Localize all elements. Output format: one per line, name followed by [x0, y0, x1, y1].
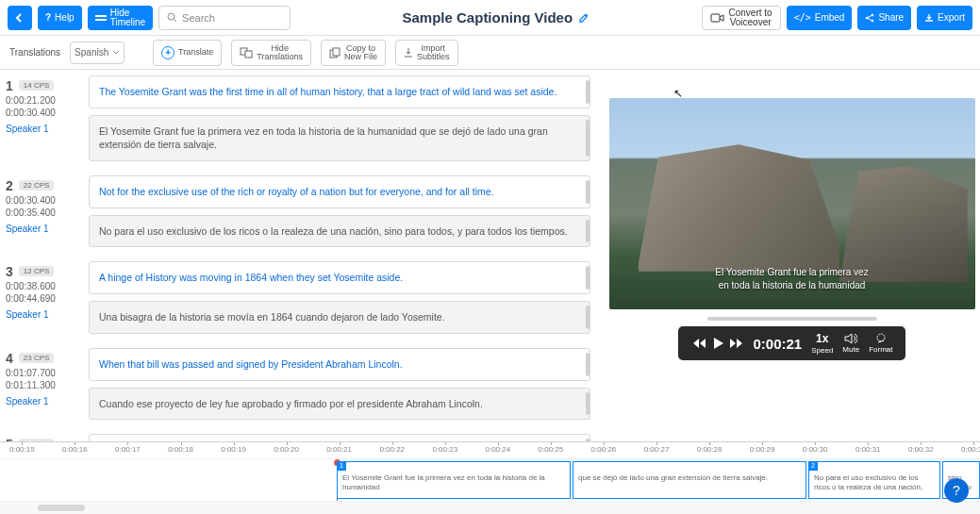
timeline-scrollbar[interactable]	[38, 505, 85, 511]
segment-meta: 222 CPS 0:00:30.400 0:00:35.400 Speaker …	[6, 175, 81, 254]
hide-timeline-button[interactable]: Hide Timeline	[88, 6, 153, 30]
cps-badge: 22 CPS	[19, 180, 55, 191]
segment-meta: 515 CPS 0:01:11.000	[6, 434, 81, 441]
segment-texts: We were in the midsts, the depths the wo…	[89, 434, 590, 441]
segment-meta: 423 CPS 0:01:07.700 0:01:11.300 Speaker …	[6, 348, 81, 426]
share-button[interactable]: Share	[857, 6, 911, 30]
source-text[interactable]: A hinge of History was moving in 1864 wh…	[89, 261, 590, 294]
speaker-label[interactable]: Speaker 1	[6, 396, 81, 406]
segment-number: 4	[6, 351, 13, 366]
segment-texts: Not for the exclusive use of the rich or…	[89, 175, 590, 254]
ruler-tick: 0:00:17	[115, 445, 141, 454]
language-select[interactable]: Spanish	[70, 41, 125, 64]
play-icon[interactable]	[712, 337, 723, 350]
segment[interactable]: 515 CPS 0:01:11.000 We were in the midst…	[6, 434, 590, 441]
segment-meta: 312 CPS 0:00:38.600 0:00:44.690 Speaker …	[6, 261, 81, 340]
topbar: ?Help Hide Timeline Search Sample Captio…	[0, 0, 980, 36]
ruler-tick: 0:00:21	[326, 445, 352, 454]
ruler-tick: 0:00:22	[379, 445, 405, 454]
svg-rect-10	[333, 48, 340, 56]
timeline-tracks[interactable]: 1El Yosemite Grant fue la primera vez en…	[0, 459, 980, 501]
timeline-block[interactable]: que se dejó de lado una gran extensión d…	[573, 461, 806, 499]
translate-button[interactable]: +Translate	[153, 40, 222, 66]
main: 114 CPS 0:00:21.200 0:00:30.400 Speaker …	[0, 70, 980, 441]
speaker-label[interactable]: Speaker 1	[6, 224, 81, 234]
edit-icon[interactable]	[578, 12, 590, 24]
help-fab[interactable]: ?	[944, 478, 969, 503]
timeline-ruler[interactable]: 0:00:150:00:160:00:170:00:180:00:190:00:…	[0, 442, 980, 459]
import-subtitles-button[interactable]: Import Subtitles	[395, 40, 458, 66]
speed-control[interactable]: 1xSpeed	[811, 332, 833, 355]
ruler-tick: 0:00:15	[9, 445, 35, 454]
timecode-out: 0:00:35.400	[6, 207, 81, 218]
format-control[interactable]: Format	[869, 333, 892, 354]
segment[interactable]: 312 CPS 0:00:38.600 0:00:44.690 Speaker …	[6, 261, 590, 340]
mute-control[interactable]: Mute	[842, 333, 859, 354]
hide-translations-button[interactable]: Hide Translations	[231, 40, 311, 66]
timeline-block[interactable]: 2No para el uso exclusivo de los ricos o…	[808, 461, 940, 499]
export-icon	[924, 13, 934, 23]
timecode-in: 0:01:07.700	[6, 368, 81, 378]
share-icon	[865, 13, 874, 23]
ruler-tick: 0:00:29	[750, 445, 775, 454]
source-text[interactable]: Not for the exclusive use of the rich or…	[89, 175, 590, 208]
help-button[interactable]: ?Help	[38, 6, 82, 30]
translations-icon	[240, 47, 253, 58]
format-icon	[874, 333, 888, 344]
ruler-tick: 0:00:19	[221, 445, 246, 454]
ruler-tick: 0:00:32	[908, 445, 934, 454]
segment-texts: A hinge of History was moving in 1864 wh…	[89, 261, 590, 340]
svg-rect-1	[95, 19, 107, 21]
ruler-tick: 0:00:28	[697, 445, 723, 454]
timecode-out: 0:00:30.400	[6, 108, 81, 118]
timecode-in: 0:00:30.400	[6, 195, 81, 206]
speaker-label[interactable]: Speaker 1	[6, 124, 81, 134]
source-text[interactable]: We were in the midsts, the depths the wo…	[89, 434, 590, 441]
timeline-block[interactable]: 1El Yosemite Grant fue la primera vez en…	[337, 461, 571, 499]
embed-button[interactable]: </>Embed	[787, 6, 853, 30]
page-title: Sample Captioning Video	[296, 9, 695, 25]
ruler-tick: 0:00:18	[168, 445, 193, 454]
forward-icon[interactable]	[729, 337, 744, 350]
segment-meta: 114 CPS 0:00:21.200 0:00:30.400 Speaker …	[6, 75, 81, 168]
segment-number: 1	[6, 78, 13, 93]
translation-text[interactable]: Una bisagra de la historia se movía en 1…	[89, 301, 590, 334]
segment-texts: The Yosemite Grant was the first time in…	[89, 75, 590, 168]
copy-icon	[329, 47, 341, 58]
ruler-tick: 0:00:33	[961, 445, 980, 454]
source-text[interactable]: The Yosemite Grant was the first time in…	[89, 75, 590, 108]
preview-panel: El Yosemite Grant fue la primera vez en …	[600, 70, 980, 441]
ruler-tick: 0:00:26	[591, 445, 617, 454]
svg-rect-0	[95, 15, 107, 17]
ruler-tick: 0:00:27	[644, 445, 670, 454]
segment-list[interactable]: 114 CPS 0:00:21.200 0:00:30.400 Speaker …	[0, 70, 600, 441]
search-icon	[167, 12, 177, 23]
segment[interactable]: 423 CPS 0:01:07.700 0:01:11.300 Speaker …	[6, 348, 590, 426]
rewind-icon[interactable]	[691, 337, 706, 350]
search-input[interactable]: Search	[158, 6, 291, 30]
translations-label: Translations	[9, 47, 60, 58]
video-preview[interactable]: El Yosemite Grant fue la primera vez en …	[609, 98, 975, 309]
copy-new-file-button[interactable]: Copy to New File	[321, 40, 386, 66]
segment[interactable]: 222 CPS 0:00:30.400 0:00:35.400 Speaker …	[6, 175, 590, 254]
camera-icon	[710, 12, 725, 24]
segment-number: 2	[6, 178, 13, 193]
cps-badge: 23 CPS	[19, 353, 55, 363]
subbar: Translations Spanish +Translate Hide Tra…	[0, 36, 980, 70]
timecode-out: 0:00:44.690	[6, 293, 81, 304]
timeline[interactable]: 0:00:150:00:160:00:170:00:180:00:190:00:…	[0, 441, 980, 514]
timecode-in: 0:00:21.200	[6, 95, 81, 106]
video-progress[interactable]	[707, 317, 877, 321]
translation-text[interactable]: No para el uso exclusivo de los ricos o …	[89, 215, 590, 248]
ruler-tick: 0:00:31	[855, 445, 881, 454]
segment[interactable]: 114 CPS 0:00:21.200 0:00:30.400 Speaker …	[6, 75, 590, 168]
export-button[interactable]: Export	[917, 6, 972, 30]
ruler-tick: 0:00:20	[274, 445, 299, 454]
translation-text[interactable]: El Yosemite Grant fue la primera vez en …	[89, 115, 590, 161]
back-button[interactable]	[8, 6, 32, 30]
speaker-label[interactable]: Speaker 1	[6, 309, 81, 320]
translation-text[interactable]: Cuando ese proyecto de ley fue aprobado …	[89, 388, 590, 421]
convert-voiceover-button[interactable]: Convert to Voiceover	[702, 6, 781, 30]
ruler-tick: 0:00:24	[486, 445, 511, 454]
source-text[interactable]: When that bill was passed and signed by …	[89, 348, 590, 381]
